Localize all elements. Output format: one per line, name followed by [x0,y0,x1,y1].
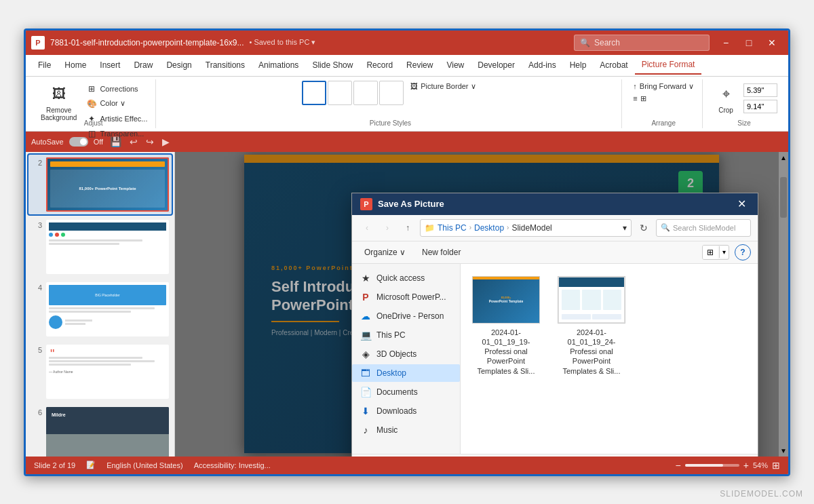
slide-thumb-6[interactable]: 6 Mildre [28,404,172,457]
organize-button[interactable]: Organize ∨ [359,245,411,260]
ribbon-tabs: File Home Insert Draw Design Transitions… [26,55,788,77]
new-folder-button[interactable]: New folder [416,245,466,260]
slide-thumb-2[interactable]: 2 81,000+ PowerPoint Template [28,155,172,214]
refresh-button[interactable]: ↻ [636,220,652,236]
zoom-slider-fill [685,464,723,467]
close-button[interactable]: ✕ [761,33,783,52]
nav-3d-objects[interactable]: ◈ 3D Objects [352,345,460,363]
tab-acrobat[interactable]: Acrobat [593,56,634,74]
present-button[interactable]: ▶ [161,135,171,149]
nav-onedrive[interactable]: ☁ OneDrive - Person [352,307,460,325]
tab-design[interactable]: Design [159,56,198,74]
file-item-1[interactable]: 81,000+ PowerPoint Template 2024-01-01_0… [469,272,543,380]
tab-help[interactable]: Help [563,56,594,74]
transparency-button[interactable]: ◫ Transparen... [83,127,150,140]
color-icon: 🎨 [86,98,97,109]
zoom-in-button[interactable]: + [743,460,749,471]
notes-button[interactable]: 📝 [86,461,96,469]
height-input[interactable] [743,83,777,97]
tab-record[interactable]: Record [360,56,400,74]
tab-transitions[interactable]: Transitions [199,56,252,74]
tab-animations[interactable]: Animations [252,56,305,74]
view-dropdown[interactable]: ▾ [719,246,729,258]
nav-quick-access-label: Quick access [376,273,425,283]
fit-page-button[interactable]: ⊞ [772,460,780,471]
slide-thumb-5[interactable]: 5 " — Author Name [28,342,172,402]
help-button[interactable]: ? [735,244,751,260]
corrections-label: Corrections [100,85,138,93]
nav-documents[interactable]: 📄 Documents [352,383,460,401]
bring-forward-icon: ↑ [633,82,637,90]
nav-quick-access[interactable]: ★ Quick access [352,269,460,287]
color-button[interactable]: 🎨 Color ∨ [83,97,150,111]
nav-microsoft-powerpoint[interactable]: P Microsoft PowerP... [352,288,460,306]
minimize-button[interactable]: − [715,33,737,52]
corrections-icon: ⊞ [86,83,97,94]
back-button[interactable]: ‹ [359,220,375,236]
adjust-label: Adjust [84,119,103,127]
tab-home[interactable]: Home [58,56,93,74]
picture-border-button[interactable]: 🖼 Picture Border ∨ [408,81,478,92]
dialog-title: Save As Picture [378,199,728,209]
view-icons[interactable]: ⊞ [703,246,718,259]
zoom-level: 54% [753,461,768,469]
slide-thumb-4[interactable]: 4 BIG Placeholder [28,279,172,339]
search-placeholder: Search [594,38,620,47]
tab-insert[interactable]: Insert [93,56,127,74]
bring-forward-button[interactable]: ↑ Bring Forward ∨ [630,81,697,92]
search-icon-dialog: 🔍 [661,223,670,232]
transparency-label: Transparen... [100,130,144,138]
remove-background-button[interactable]: 🖼 RemoveBackground [37,81,81,124]
breadcrumb-sep2: › [507,224,509,231]
up-button[interactable]: ↑ [400,220,416,236]
tab-file[interactable]: File [31,56,58,74]
picture-style-2[interactable] [328,81,352,105]
app-window: P 7881-01-self-introduction-powerpoint-t… [24,28,790,476]
file-item-2[interactable]: 2024-01-01_01_19_24-Professi onal PowerP… [554,272,629,380]
autosave-toggle[interactable] [69,137,88,147]
maximize-button[interactable]: □ [738,33,760,52]
tab-view[interactable]: View [440,56,471,74]
tab-developer[interactable]: Developer [471,56,522,74]
slide-thumb-3[interactable]: 3 [28,217,172,277]
slide-panel: 2 81,000+ PowerPoint Template 3 [26,152,175,457]
artistic-label: Artistic Effec... [100,115,147,123]
size-label: Size [737,119,750,127]
picture-style-1[interactable] [302,81,326,105]
tab-addins[interactable]: Add-ins [522,56,563,74]
accessibility-status[interactable]: Accessibility: Investig... [194,461,271,469]
dialog-icon: P [360,198,372,210]
dialog-close-button[interactable]: ✕ [733,196,750,212]
search-box-dialog[interactable]: 🔍 Search SlideModel [656,219,751,237]
breadcrumb-slidemodel: SlideModel [511,223,551,233]
forward-button[interactable]: › [379,220,395,236]
nav-this-pc[interactable]: 💻 This PC [352,326,460,344]
zoom-slider[interactable] [685,464,739,467]
remove-bg-label: RemoveBackground [41,106,77,121]
picture-style-3[interactable] [353,81,378,105]
nav-downloads-label: Downloads [376,406,416,416]
nav-downloads[interactable]: ⬇ Downloads [352,402,460,420]
color-label: Color ∨ [100,99,125,108]
tab-draw[interactable]: Draw [127,56,159,74]
tab-picture-format[interactable]: Picture Format [635,56,702,75]
breadcrumb-dropdown[interactable]: ▾ [623,223,627,233]
tab-slideshow[interactable]: Slide Show [305,56,360,74]
picture-style-4[interactable] [379,81,404,105]
music-icon: ♪ [360,425,371,435]
nav-music[interactable]: ♪ Music [352,421,460,439]
hide-folders-button[interactable]: ▲ Hide Folders [352,454,758,457]
breadcrumb-desktop[interactable]: Desktop [474,223,504,233]
slide-preview-6: Mildre [46,407,169,457]
breadcrumb-thispc[interactable]: This PC [438,223,467,233]
width-input[interactable] [743,100,777,113]
tab-review[interactable]: Review [400,56,440,74]
file-thumb-inner-1: 81,000+ PowerPoint Template [473,277,539,323]
search-box[interactable]: 🔍 Search [574,35,710,51]
zoom-out-button[interactable]: − [676,460,681,471]
nav-desktop[interactable]: 🗔 Desktop [352,364,460,382]
crop-button[interactable]: ⌖ Crop [711,81,741,117]
language-status: English (United States) [106,461,183,469]
align-button[interactable]: ≡ ⊞ [630,93,697,104]
corrections-button[interactable]: ⊞ Corrections [83,82,150,96]
